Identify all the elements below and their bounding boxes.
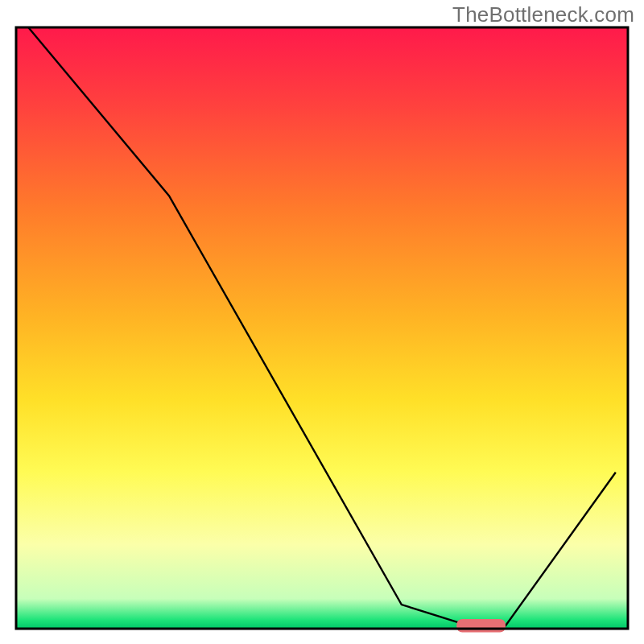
chart-svg: [0, 0, 644, 644]
optimal-marker: [456, 619, 506, 632]
chart-stage: TheBottleneck.com: [0, 0, 644, 644]
chart-background: [16, 27, 628, 629]
